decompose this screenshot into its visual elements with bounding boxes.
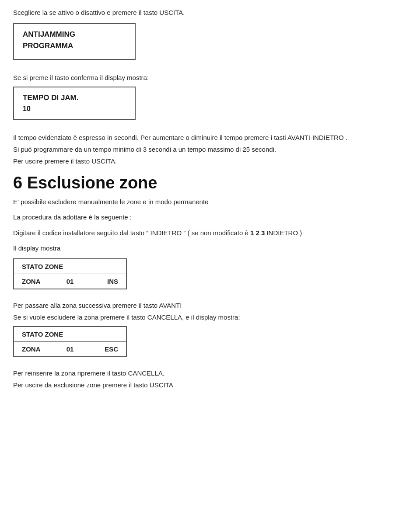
section6-body2: La procedura da adottare è la seguente : [13, 212, 407, 222]
antijamming-title-line2: PROGRAMMA [23, 42, 126, 50]
stato-zone-box1-header-row: STATO ZONE [14, 259, 126, 274]
after-box1-line2: Se si vuole escludere la zona premere il… [13, 313, 407, 321]
after-box2-line2: Per uscire da esclusione zone premere il… [13, 381, 407, 389]
stato-zone-box2-header: STATO ZONE [22, 331, 118, 338]
stato-zone-box2-esc: ESC [86, 345, 118, 353]
stato-zone-box2-block: STATO ZONE ZONA 01 ESC [13, 326, 407, 363]
stato-zone-box1-header: STATO ZONE [22, 263, 118, 270]
section6-body3-pre: Digitare il codice installatore seguito … [13, 229, 250, 237]
antijamming-box: ANTIJAMMING PROGRAMMA [13, 23, 136, 60]
tempo-box-value: 10 [23, 105, 126, 113]
tempo-box-title: TEMPO DI JAM. [23, 94, 126, 102]
antijamming-display-box: ANTIJAMMING PROGRAMMA [13, 23, 407, 68]
stato-zone-box2: STATO ZONE ZONA 01 ESC [13, 326, 127, 357]
after-box2-line1: Per reinserire la zona ripremere il tast… [13, 369, 407, 377]
section6-body4: Il display mostra [13, 243, 407, 253]
tempo-desc3: Per uscire premere il tasto USCITA. [13, 157, 407, 165]
stato-zone-box1-block: STATO ZONE ZONA 01 INS [13, 258, 407, 296]
tempo-box: TEMPO DI JAM. 10 [13, 87, 136, 120]
section6-heading: 6 Esclusione zone [13, 174, 407, 192]
tempo-desc1: Il tempo evidenziato è espresso in secon… [13, 134, 407, 141]
tempo-display-block: TEMPO DI JAM. 10 [13, 87, 407, 128]
stato-zone-box2-num: 01 [54, 345, 86, 353]
confirm-label: Se si preme il tasto conferma il display… [13, 74, 407, 81]
stato-zone-box2-data-row: ZONA 01 ESC [14, 342, 126, 356]
tempo-desc2: Si può programmare da un tempo minimo di… [13, 146, 407, 153]
stato-zone-box1-data-row: ZONA 01 INS [14, 274, 126, 289]
stato-zone-box2-zona: ZONA [22, 345, 54, 353]
stato-zone-box1-num: 01 [54, 278, 86, 285]
section6-body3-bold: 1 2 3 [250, 229, 265, 237]
section6-body3-post: INDIETRO ) [265, 229, 302, 237]
intro-line: Scegliere la se attivo o disattivo e pre… [13, 9, 407, 16]
section6-body1: E' possibile escludere manualmente le zo… [13, 197, 407, 207]
section6-body3: Digitare il codice installatore seguito … [13, 228, 407, 238]
stato-zone-box1-ins: INS [86, 278, 118, 285]
stato-zone-box1-zona: ZONA [22, 278, 54, 285]
stato-zone-box1: STATO ZONE ZONA 01 INS [13, 258, 127, 289]
antijamming-title-line1: ANTIJAMMING [23, 30, 126, 39]
after-box1-line1: Per passare alla zona successiva premere… [13, 302, 407, 309]
stato-zone-box2-header-row: STATO ZONE [14, 327, 126, 342]
